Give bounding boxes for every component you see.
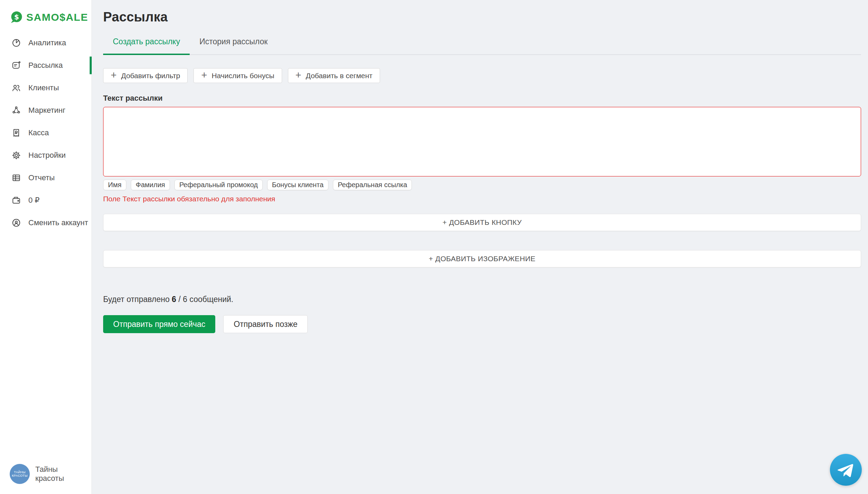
variable-chip-name[interactable]: Имя (103, 180, 126, 190)
add-filter-button[interactable]: + Добавить фильтр (103, 68, 188, 83)
add-button-button[interactable]: + ДОБАВИТЬ КНОПКУ (103, 214, 861, 231)
sidebar-item-label: Рассылка (28, 61, 63, 70)
sidebar-item-label: Касса (28, 128, 49, 137)
avatar-text-line1: ТАЙНЫ (14, 470, 26, 474)
variable-chip-referral-promocode[interactable]: Реферальный промокод (174, 180, 263, 190)
sidebar-item-balance[interactable]: 0 ₽ (0, 189, 91, 211)
avatar-text-line2: КРАСОТЫ (12, 474, 27, 477)
telegram-widget-button[interactable] (830, 454, 862, 486)
sidebar-item-reports[interactable]: Отчеты (0, 166, 91, 189)
table-icon (11, 173, 21, 183)
app-root: $ SAMO$ALE Аналитика (0, 0, 868, 494)
sidebar-item-label: Клиенты (28, 83, 59, 92)
variable-chip-referral-link[interactable]: Реферальная ссылка (333, 180, 412, 190)
tab-mailing-history[interactable]: История рассылок (190, 37, 277, 54)
sidebar-item-label: Маркетинг (28, 106, 65, 115)
switch-account-icon (11, 218, 21, 228)
send-summary-suffix: / 6 сообщений. (176, 295, 233, 304)
tabs: Создать рассылку История рассылок (103, 37, 861, 55)
plus-icon: + (111, 75, 117, 76)
add-bonuses-button[interactable]: + Начислить бонусы (193, 68, 282, 83)
sidebar-item-label: Аналитика (28, 38, 66, 47)
sidebar-item-label: Отчеты (28, 173, 55, 182)
add-filter-label: Добавить фильтр (121, 72, 180, 80)
logo-text: SAMO$ALE (26, 11, 88, 23)
tab-create-mailing[interactable]: Создать рассылку (103, 37, 190, 54)
message-text-label: Текст рассылки (103, 94, 861, 103)
logo[interactable]: $ SAMO$ALE (0, 9, 91, 25)
send-summary: Будет отправлено 6 / 6 сообщений. (103, 295, 861, 304)
account-avatar: ТАЙНЫ КРАСОТЫ (10, 464, 30, 484)
cta-row: Отправить прямо сейчас Отправить позже (103, 315, 861, 333)
sidebar-item-mailing[interactable]: Рассылка (0, 54, 91, 76)
sidebar-item-label: 0 ₽ (28, 196, 39, 205)
plus-icon: + (296, 75, 301, 76)
telegram-plane-icon (837, 461, 855, 478)
add-image-button[interactable]: + ДОБАВИТЬ ИЗОБРАЖЕНИЕ (103, 250, 861, 267)
variable-chips: Имя Фамилия Реферальный промокод Бонусы … (103, 180, 861, 190)
svg-text:$: $ (14, 13, 19, 21)
filter-toolbar: + Добавить фильтр + Начислить бонусы + Д… (103, 68, 861, 83)
variable-chip-client-bonuses[interactable]: Бонусы клиента (267, 180, 328, 190)
users-icon (11, 83, 21, 93)
network-icon (11, 106, 21, 115)
add-bonuses-label: Начислить бонусы (211, 72, 274, 80)
message-icon (11, 61, 21, 70)
sidebar-nav: Аналитика Рассылка (0, 31, 91, 234)
variable-chip-surname[interactable]: Фамилия (131, 180, 170, 190)
account-name: Тайны красоты (35, 465, 88, 483)
sidebar-item-marketing[interactable]: Маркетинг (0, 99, 91, 121)
sidebar-item-analytics[interactable]: Аналитика (0, 31, 91, 54)
sidebar-item-label: Настройки (28, 151, 66, 160)
sidebar-item-switch-account[interactable]: Сменить аккаунт (0, 211, 91, 234)
wallet-icon (11, 195, 21, 205)
sidebar: $ SAMO$ALE Аналитика (0, 0, 92, 494)
sidebar-item-settings[interactable]: Настройки (0, 144, 91, 166)
send-later-button[interactable]: Отправить позже (223, 315, 308, 333)
add-to-segment-label: Добавить в сегмент (306, 72, 372, 80)
account-switcher[interactable]: ТАЙНЫ КРАСОТЫ Тайны красоты (0, 464, 91, 494)
gear-icon (11, 150, 21, 160)
add-to-segment-button[interactable]: + Добавить в сегмент (288, 68, 380, 83)
send-summary-prefix: Будет отправлено (103, 295, 172, 304)
sidebar-item-kassa[interactable]: Касса (0, 121, 91, 144)
receipt-icon (11, 128, 21, 138)
send-count: 6 (172, 295, 176, 304)
pie-chart-icon (11, 38, 21, 48)
sidebar-item-label: Сменить аккаунт (28, 218, 88, 227)
sidebar-item-clients[interactable]: Клиенты (0, 76, 91, 99)
validation-error: Поле Текст рассылки обязательно для запо… (103, 195, 861, 203)
plus-icon: + (201, 75, 207, 76)
main-content: Рассылка Создать рассылку История рассыл… (92, 0, 868, 494)
message-text-input[interactable] (103, 107, 861, 176)
page-title: Рассылка (103, 10, 861, 25)
logo-dollar-bubble-icon: $ (9, 10, 23, 24)
send-now-button[interactable]: Отправить прямо сейчас (103, 315, 215, 333)
